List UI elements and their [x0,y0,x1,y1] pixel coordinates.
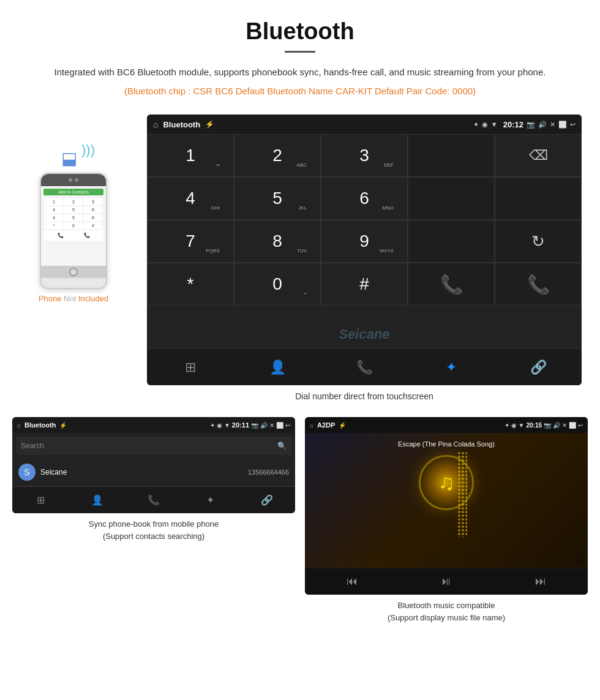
music-title: A2DP [317,421,335,429]
nav-contacts-button[interactable]: 👤 [234,349,321,385]
phone-key-3: 3 [84,198,102,205]
music-caption: Bluetooth music compatible (Support disp… [305,600,588,623]
music-status-bar: ⌂ A2DP ⚡ ✦ ◉ ▼ 20:15 📷 🔊 ✕ ⬜ ↩ [305,417,588,433]
close-icon[interactable]: ✕ [550,121,555,129]
music-play-button[interactable]: ⏯ [399,568,493,595]
phone-key-9: 6 [84,214,102,221]
music-home-icon[interactable]: ⌂ [310,422,313,429]
phone-key-hash: # [84,222,102,229]
dial-reload[interactable]: ↻ [495,220,582,263]
phone-key-4: 4 [45,206,63,213]
pb-nav-contacts[interactable]: 👤 [69,487,125,513]
music-item: ⌂ A2DP ⚡ ✦ ◉ ▼ 20:15 📷 🔊 ✕ ⬜ ↩ E [305,417,588,623]
music-album-area: ♫ [312,455,580,510]
nav-dialpad-button[interactable]: ⊞ [147,349,234,385]
fullscreen-icon[interactable]: ⬜ [558,121,567,129]
dialpad-grid: 1 ∞ 2 ABC 3 DEF ⌫ [147,134,582,348]
nav-link-button[interactable]: 🔗 [495,349,582,385]
dial-key-6[interactable]: 6 MNO [321,177,408,220]
music-next-button[interactable]: ⏭ [493,568,588,595]
phone-end-icon: 📞 [58,233,64,238]
music-song-title: Escape (The Pina Colada Song) [312,440,580,448]
pb-search-bar[interactable]: Search 🔍 [16,437,291,455]
pb-full-icon[interactable]: ⬜ [276,422,283,429]
pb-cam-icon[interactable]: 📷 [251,422,258,429]
dial-key-9[interactable]: 9 WXYZ [321,220,408,263]
dial-key-3[interactable]: 3 DEF [321,134,408,177]
not-word: Not [64,294,76,303]
music-album-art: ♫ [419,455,474,510]
music-status-left: ⌂ A2DP ⚡ [310,421,346,429]
pb-sig-icon: ▼ [224,422,230,429]
contact-row[interactable]: S Seicane 13566664466 [12,459,295,486]
phonebook-caption: Sync phone-book from mobile phone (Suppo… [12,518,295,542]
dial-key-0[interactable]: 0 + [234,263,321,306]
dial-key-hash[interactable]: # [321,263,408,306]
dial-key-2[interactable]: 2 ABC [234,134,321,177]
phone-not-included-label: Phone Not Included [39,294,108,303]
pb-search-placeholder: Search [21,442,44,450]
phone-key-5: 5 [64,206,83,213]
pb-home-icon[interactable]: ⌂ [17,422,21,429]
nav-bluetooth-button[interactable]: ✦ [408,349,495,385]
music-prev-button[interactable]: ⏮ [305,568,399,595]
phone-home-button [69,268,78,276]
home-icon[interactable]: ⌂ [153,119,158,129]
music-vol-icon[interactable]: 🔊 [553,422,560,429]
pb-nav-dialpad[interactable]: ⊞ [12,487,69,513]
pb-nav-link[interactable]: 🔗 [239,487,295,513]
music-status-right: ✦ ◉ ▼ 20:15 📷 🔊 ✕ ⬜ ↩ [504,422,583,429]
pb-bt-icon: ✦ [210,422,215,429]
dial-end-button[interactable]: 📞 [495,263,582,306]
nav-phone-button[interactable]: 📞 [321,349,408,385]
music-sig-icon: ▼ [519,422,525,429]
dial-key-1[interactable]: 1 ∞ [147,134,234,177]
pb-status-left: ⌂ Bluetooth ⚡ [17,421,67,429]
endcall-icon: 📞 [527,274,550,295]
dial-call-button[interactable]: 📞 [408,263,495,306]
reload-icon: ↻ [531,232,545,251]
dial-backspace[interactable]: ⌫ [495,134,582,177]
pb-status-bar: ⌂ Bluetooth ⚡ ✦ ◉ ▼ 20:11 📷 🔊 ✕ ⬜ ↩ [12,417,295,433]
pb-bottom-nav: ⊞ 👤 📞 ✦ 🔗 [12,486,295,513]
dial-key-4[interactable]: 4 GHI [147,177,234,220]
pb-search-icon: 🔍 [277,442,287,450]
music-bottom-nav: ⏮ ⏯ ⏭ [305,568,588,595]
dial-bottom-nav: ⊞ 👤 📞 ✦ 🔗 [147,348,582,385]
music-cam-icon[interactable]: 📷 [544,422,551,429]
back-icon[interactable]: ↩ [570,121,576,129]
music-back-icon[interactable]: ↩ [578,422,583,429]
phone-key-7: 4 [45,214,63,221]
dial-key-8[interactable]: 8 TUV [234,220,321,263]
dial-empty-2 [408,177,495,220]
page-header: Bluetooth Integrated with BC6 Bluetooth … [0,0,600,108]
phone-key-6: 6 [84,206,102,213]
dial-key-7[interactable]: 7 PQRS [147,220,234,263]
volume-icon[interactable]: 🔊 [538,121,547,129]
phone-dialpad: 1 2 3 4 5 6 4 5 6 * 0 # [43,197,103,230]
pb-back-icon[interactable]: ↩ [285,422,290,429]
dial-caption: Dial number direct from touchscreen [147,391,582,401]
pb-close-icon[interactable]: ✕ [269,422,274,429]
dial-key-star[interactable]: * [147,263,234,306]
phone-screen: Add to Contacts 1 2 3 4 5 6 4 5 6 * 0 # … [41,186,106,266]
contact-number: 13566664466 [248,469,289,476]
dial-key-5[interactable]: 5 JKL [234,177,321,220]
camera-icon[interactable]: 📷 [527,121,535,129]
pb-nav-bluetooth[interactable]: ✦ [182,487,238,513]
status-right: ✦ ◉ ▼ 20:12 📷 🔊 ✕ ⬜ ↩ [473,120,576,129]
location-icon: ◉ [482,121,488,129]
pb-nav-phone[interactable]: 📞 [126,487,182,513]
phone-mockup: Add to Contacts 1 2 3 4 5 6 4 5 6 * 0 # … [40,173,107,289]
bottom-row: ⌂ Bluetooth ⚡ ✦ ◉ ▼ 20:11 📷 🔊 ✕ ⬜ ↩ [0,417,600,636]
music-full-icon[interactable]: ⬜ [569,422,576,429]
music-content: Escape (The Pina Colada Song) ♫ [305,433,588,568]
music-close-icon[interactable]: ✕ [562,422,567,429]
music-note-icon: ♫ [438,470,455,495]
page-title: Bluetooth [37,18,563,45]
header-specs: (Bluetooth chip : CSR BC6 Default Blueto… [37,86,563,96]
pb-title: Bluetooth [24,421,56,429]
contact-name: Seicane [40,468,67,476]
phone-key-star: * [45,222,63,229]
pb-vol-icon[interactable]: 🔊 [260,422,268,429]
